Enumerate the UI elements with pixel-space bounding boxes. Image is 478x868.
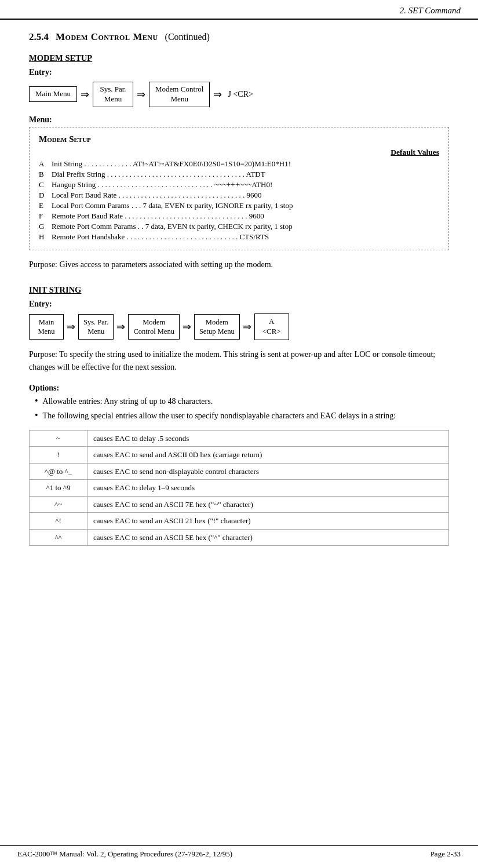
desc-cell: causes EAC to send and ASCII 0D hex (car… <box>87 447 449 464</box>
header-title: 2. SET Command <box>400 6 461 15</box>
menu-row-text: Local Port Baud Rate . . . . . . . . . .… <box>52 191 439 200</box>
special-entries-table: ~causes EAC to delay .5 seconds!causes E… <box>29 430 449 546</box>
modem-setup-menu-box: Modem Setup Default Values AInit String … <box>29 127 449 250</box>
desc-cell: causes EAC to delay .5 seconds <box>87 430 449 447</box>
nav-box-sys-par: Sys. Par. Menu <box>93 82 133 107</box>
options-label: Options: <box>29 384 449 393</box>
special-table-row: ^!causes EAC to send an ASCII 21 hex ("!… <box>30 513 449 530</box>
nav2-box-main: Main Menu <box>29 314 64 340</box>
menu-row-text: Init String . . . . . . . . . . . . . AT… <box>52 159 439 169</box>
menu-label: Menu: <box>29 115 449 125</box>
option-item-1: • Allowable entries: Any string of up to… <box>35 395 449 407</box>
modem-setup-nav-flow: Main Menu ⇒ Sys. Par. Menu ⇒ Modem Contr… <box>29 82 449 107</box>
menu-row-text: Remote Port Baud Rate . . . . . . . . . … <box>52 211 439 221</box>
init-string-nav-flow: Main Menu ⇒ Sys. Par. Menu ⇒ Modem Contr… <box>29 313 449 340</box>
bullet-2-dot: • <box>35 410 38 422</box>
init-string-purpose: Purpose: To specify the string used to i… <box>29 348 449 374</box>
nav2-arrow-1: ⇒ <box>67 320 75 333</box>
menu-row-letter: C <box>39 180 48 189</box>
bullet-1-dot: • <box>35 395 38 407</box>
modem-setup-entry-label: Entry: <box>29 68 449 77</box>
nav-final-label-1: J <CR> <box>228 90 253 99</box>
menu-row-text: Hangup String . . . . . . . . . . . . . … <box>52 180 439 189</box>
special-table-row: ~causes EAC to delay .5 seconds <box>30 430 449 447</box>
special-table-row: !causes EAC to send and ASCII 0D hex (ca… <box>30 447 449 464</box>
section-number: 2.5.4 <box>29 31 49 43</box>
page-header: 2. SET Command <box>0 0 478 20</box>
modem-setup-purpose-text: Purpose: Gives access to parameters asso… <box>29 260 273 269</box>
nav-arrow-2: ⇒ <box>137 88 145 101</box>
menu-row-text: Local Port Comm Params . . . 7 data, EVE… <box>52 201 439 210</box>
symbol-cell: ~ <box>30 430 87 447</box>
nav-arrow-1: ⇒ <box>81 88 89 101</box>
menu-row-letter: B <box>39 170 48 179</box>
symbol-cell: ! <box>30 447 87 464</box>
menu-row-text: Remote Port Handshake . . . . . . . . . … <box>52 232 439 242</box>
menu-box-default-label: Default Values <box>39 148 439 157</box>
menu-row: AInit String . . . . . . . . . . . . . A… <box>39 159 439 169</box>
menu-row: FRemote Port Baud Rate . . . . . . . . .… <box>39 211 439 221</box>
footer-left: EAC-2000™ Manual: Vol. 2, Operating Proc… <box>17 849 232 859</box>
options-list: • Allowable entries: Any string of up to… <box>29 395 449 422</box>
menu-row: BDial Prefix String . . . . . . . . . . … <box>39 170 439 179</box>
section-name: Modem Control Menu <box>56 31 158 43</box>
menu-row-letter: E <box>39 201 48 210</box>
nav2-box-control: Modem Control Menu <box>128 314 179 340</box>
menu-rows: AInit String . . . . . . . . . . . . . A… <box>39 159 439 242</box>
nav-box-modem-control: Modem Control Menu <box>149 82 210 107</box>
page-footer: EAC-2000™ Manual: Vol. 2, Operating Proc… <box>0 845 478 862</box>
menu-row-text: Remote Port Comm Params . . 7 data, EVEN… <box>52 222 439 231</box>
init-string-purpose-text: Purpose: To specify the string used to i… <box>29 350 435 371</box>
modem-setup-title: MODEM SETUP <box>29 53 449 63</box>
menu-row: GRemote Port Comm Params . . 7 data, EVE… <box>39 222 439 231</box>
menu-row-letter: H <box>39 232 48 242</box>
nav2-box-sys: Sys. Par. Menu <box>78 314 114 340</box>
menu-row-letter: G <box>39 222 48 231</box>
symbol-cell: ^@ to ^_ <box>30 463 87 480</box>
special-table-row: ^1 to ^9causes EAC to delay 1–9 seconds <box>30 480 449 497</box>
symbol-cell: ^~ <box>30 496 87 513</box>
menu-row-letter: A <box>39 159 48 169</box>
section-continued: (Continued) <box>165 32 210 42</box>
menu-row: ELocal Port Comm Params . . . 7 data, EV… <box>39 201 439 210</box>
init-string-title: INIT STRING <box>29 285 449 295</box>
menu-box-title: Modem Setup <box>39 134 439 144</box>
menu-row-letter: D <box>39 191 48 200</box>
nav2-final-label: A <CR> <box>254 313 289 340</box>
symbol-cell: ^! <box>30 513 87 530</box>
desc-cell: causes EAC to delay 1–9 seconds <box>87 480 449 497</box>
option-item-2: • The following special entries allow th… <box>35 410 449 422</box>
option-1-text: Allowable entries: Any string of up to 4… <box>43 395 213 407</box>
special-table-row: ^^causes EAC to send an ASCII 5E hex ("^… <box>30 529 449 546</box>
nav-arrow-3: ⇒ <box>213 88 222 101</box>
nav2-arrow-3: ⇒ <box>183 320 191 333</box>
desc-cell: causes EAC to send an ASCII 21 hex ("!" … <box>87 513 449 530</box>
symbol-cell: ^1 to ^9 <box>30 480 87 497</box>
special-table-row: ^@ to ^_causes EAC to send non-displayab… <box>30 463 449 480</box>
footer-right: Page 2-33 <box>430 849 461 859</box>
menu-row: DLocal Port Baud Rate . . . . . . . . . … <box>39 191 439 200</box>
init-string-entry-label: Entry: <box>29 300 449 309</box>
nav-box-main-menu: Main Menu <box>29 86 77 102</box>
menu-row-letter: F <box>39 211 48 221</box>
menu-row: CHangup String . . . . . . . . . . . . .… <box>39 180 439 189</box>
special-table-row: ^~causes EAC to send an ASCII 7E hex ("~… <box>30 496 449 513</box>
symbol-cell: ^^ <box>30 529 87 546</box>
desc-cell: causes EAC to send non-displayable contr… <box>87 463 449 480</box>
menu-row-text: Dial Prefix String . . . . . . . . . . .… <box>52 170 439 179</box>
nav2-arrow-2: ⇒ <box>116 320 125 333</box>
desc-cell: causes EAC to send an ASCII 5E hex ("^" … <box>87 529 449 546</box>
option-2-text: The following special entries allow the … <box>43 410 396 422</box>
section-title: 2.5.4 Modem Control Menu (Continued) <box>29 31 449 43</box>
modem-setup-purpose: Purpose: Gives access to parameters asso… <box>29 258 449 271</box>
desc-cell: causes EAC to send an ASCII 7E hex ("~" … <box>87 496 449 513</box>
nav2-arrow-4: ⇒ <box>243 320 251 333</box>
nav2-box-setup: Modem Setup Menu <box>194 314 240 340</box>
menu-row: HRemote Port Handshake . . . . . . . . .… <box>39 232 439 242</box>
